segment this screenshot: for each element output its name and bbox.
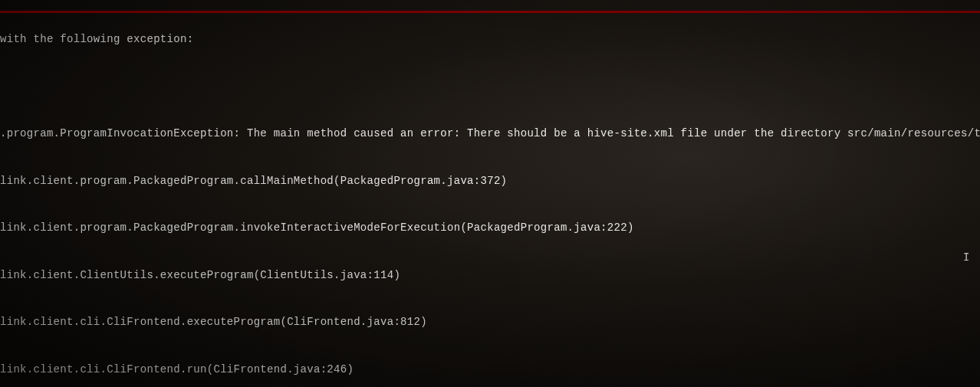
stack-trace-line: link.client.program.PackagedProgram.invo… [0, 220, 980, 236]
stack-trace-line: link.client.cli.CliFrontend.run(CliFront… [0, 362, 980, 378]
stack-trace-line: link.client.cli.CliFrontend.executeProgr… [0, 314, 980, 330]
stack-trace-line [0, 79, 980, 95]
stack-trace-line: .program.ProgramInvocationException: The… [0, 126, 980, 142]
stack-trace-line: link.client.ClientUtils.executeProgram(C… [0, 267, 980, 284]
stack-trace-line: link.client.program.PackagedProgram.call… [0, 173, 980, 189]
stack-trace-line: with the following exception: [0, 31, 980, 48]
text-cursor-icon: I [963, 251, 969, 264]
terminal-output: with the following exception: .program.P… [0, 0, 980, 387]
